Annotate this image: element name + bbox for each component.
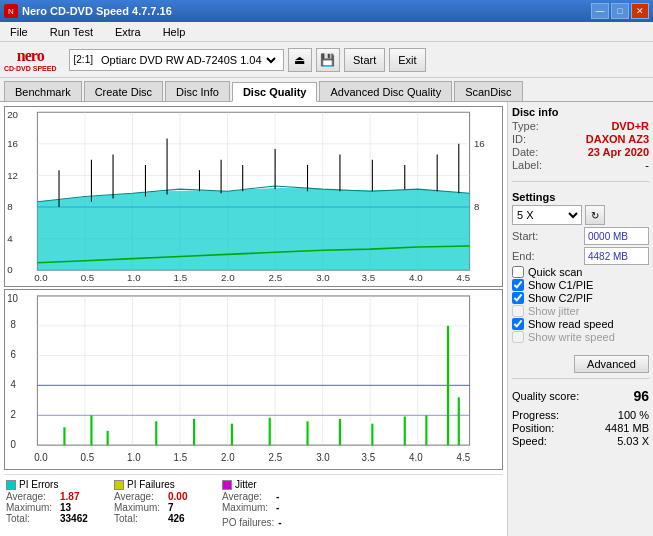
- tab-bar: Benchmark Create Disc Disc Info Disc Qua…: [0, 78, 653, 102]
- quick-scan-label: Quick scan: [528, 266, 582, 278]
- pi-errors-max-label: Maximum:: [6, 502, 56, 513]
- start-mb-label: Start:: [512, 230, 538, 242]
- quick-scan-row[interactable]: Quick scan: [512, 266, 649, 278]
- quality-score-value: 96: [633, 388, 649, 404]
- svg-text:4.5: 4.5: [457, 451, 471, 463]
- svg-text:8: 8: [7, 201, 12, 212]
- pi-failures-total-label: Total:: [114, 513, 164, 524]
- jitter-avg-label: Average:: [222, 491, 272, 502]
- menu-extra[interactable]: Extra: [109, 24, 147, 40]
- po-failures-label: PO failures:: [222, 517, 274, 528]
- close-button[interactable]: ✕: [631, 3, 649, 19]
- disc-date-value: 23 Apr 2020: [588, 146, 649, 158]
- eject-button[interactable]: ⏏: [288, 48, 312, 72]
- show-c2-pif-row[interactable]: Show C2/PIF: [512, 292, 649, 304]
- tab-create-disc[interactable]: Create Disc: [84, 81, 163, 101]
- show-c1-pie-row[interactable]: Show C1/PIE: [512, 279, 649, 291]
- svg-text:0: 0: [10, 438, 16, 450]
- jitter-max-value: -: [276, 502, 316, 513]
- show-c1-pie-checkbox[interactable]: [512, 279, 524, 291]
- disc-type-row: Type: DVD+R: [512, 120, 649, 132]
- show-read-speed-checkbox[interactable]: [512, 318, 524, 330]
- pi-failures-legend: PI Failures: [114, 479, 214, 490]
- tab-scan-disc[interactable]: ScanDisc: [454, 81, 522, 101]
- end-mb-row: End:: [512, 247, 649, 265]
- show-read-speed-label: Show read speed: [528, 318, 614, 330]
- pi-failures-avg-row: Average: 0.00: [114, 491, 214, 502]
- pi-errors-label: PI Errors: [19, 479, 58, 490]
- jitter-group: Jitter Average: - Maximum: - PO failures…: [222, 479, 322, 528]
- svg-text:3.0: 3.0: [316, 272, 330, 283]
- show-c2-pif-checkbox[interactable]: [512, 292, 524, 304]
- svg-text:2.5: 2.5: [269, 451, 283, 463]
- svg-text:20: 20: [7, 109, 18, 120]
- menu-run-test[interactable]: Run Test: [44, 24, 99, 40]
- po-failures-value: -: [278, 517, 318, 528]
- start-mb-input[interactable]: [584, 227, 649, 245]
- pi-errors-group: PI Errors Average: 1.87 Maximum: 13 Tota…: [6, 479, 106, 528]
- pi-failures-avg-label: Average:: [114, 491, 164, 502]
- svg-text:6: 6: [10, 349, 16, 361]
- disc-date-row: Date: 23 Apr 2020: [512, 146, 649, 158]
- pi-errors-color-box: [6, 480, 16, 490]
- drive-dropdown[interactable]: Optiarc DVD RW AD-7240S 1.04: [97, 53, 279, 67]
- maximize-button[interactable]: □: [611, 3, 629, 19]
- refresh-button[interactable]: ↻: [585, 205, 605, 225]
- speed-select[interactable]: 5 X 1 X 2 X 4 X 8 X MAX: [512, 205, 582, 225]
- svg-text:4: 4: [10, 378, 16, 390]
- svg-text:1.0: 1.0: [127, 272, 141, 283]
- app-logo: nero CD·DVD SPEED: [4, 47, 57, 72]
- title-bar-buttons: — □ ✕: [591, 3, 649, 19]
- disc-id-value: DAXON AZ3: [586, 133, 649, 145]
- menu-file[interactable]: File: [4, 24, 34, 40]
- start-mb-row: Start:: [512, 227, 649, 245]
- exit-button[interactable]: Exit: [389, 48, 425, 72]
- svg-text:1.5: 1.5: [174, 451, 188, 463]
- quality-score-label: Quality score:: [512, 390, 579, 402]
- show-jitter-row: Show jitter: [512, 305, 649, 317]
- settings-title: Settings: [512, 191, 649, 203]
- po-failures-row: PO failures: -: [222, 517, 322, 528]
- save-button[interactable]: 💾: [316, 48, 340, 72]
- start-button[interactable]: Start: [344, 48, 385, 72]
- svg-text:12: 12: [7, 170, 18, 181]
- jitter-max-row: Maximum: -: [222, 502, 322, 513]
- pi-failures-max-row: Maximum: 7: [114, 502, 214, 513]
- progress-value: 100 %: [618, 409, 649, 421]
- tab-disc-info[interactable]: Disc Info: [165, 81, 230, 101]
- tab-disc-quality[interactable]: Disc Quality: [232, 82, 318, 102]
- svg-text:2.0: 2.0: [221, 272, 235, 283]
- pi-failures-max-value: 7: [168, 502, 208, 513]
- pi-errors-total-row: Total: 33462: [6, 513, 106, 524]
- divider1: [512, 181, 649, 182]
- disc-type-label: Type:: [512, 120, 539, 132]
- drive-selector[interactable]: [2:1] Optiarc DVD RW AD-7240S 1.04: [69, 49, 284, 71]
- svg-text:8: 8: [10, 319, 16, 331]
- show-jitter-label: Show jitter: [528, 305, 579, 317]
- show-c2-pif-label: Show C2/PIF: [528, 292, 593, 304]
- show-read-speed-row[interactable]: Show read speed: [512, 318, 649, 330]
- show-write-speed-checkbox: [512, 331, 524, 343]
- speed-row-progress: Speed: 5.03 X: [512, 435, 649, 447]
- tab-advanced-disc-quality[interactable]: Advanced Disc Quality: [319, 81, 452, 101]
- tab-benchmark[interactable]: Benchmark: [4, 81, 82, 101]
- svg-text:3.5: 3.5: [362, 272, 376, 283]
- advanced-button[interactable]: Advanced: [574, 355, 649, 373]
- svg-text:0: 0: [7, 264, 12, 275]
- speed-row[interactable]: 5 X 1 X 2 X 4 X 8 X MAX ↻: [512, 205, 649, 225]
- pi-failures-avg-value: 0.00: [168, 491, 208, 502]
- menu-help[interactable]: Help: [157, 24, 192, 40]
- svg-text:4.0: 4.0: [409, 451, 423, 463]
- jitter-avg-row: Average: -: [222, 491, 322, 502]
- position-label: Position:: [512, 422, 554, 434]
- quick-scan-checkbox[interactable]: [512, 266, 524, 278]
- title-bar: N Nero CD-DVD Speed 4.7.7.16 — □ ✕: [0, 0, 653, 22]
- minimize-button[interactable]: —: [591, 3, 609, 19]
- pi-errors-max-row: Maximum: 13: [6, 502, 106, 513]
- position-value: 4481 MB: [605, 422, 649, 434]
- divider2: [512, 378, 649, 379]
- end-mb-input[interactable]: [584, 247, 649, 265]
- svg-text:0.5: 0.5: [81, 451, 95, 463]
- jitter-legend: Jitter: [222, 479, 322, 490]
- svg-text:2: 2: [10, 408, 16, 420]
